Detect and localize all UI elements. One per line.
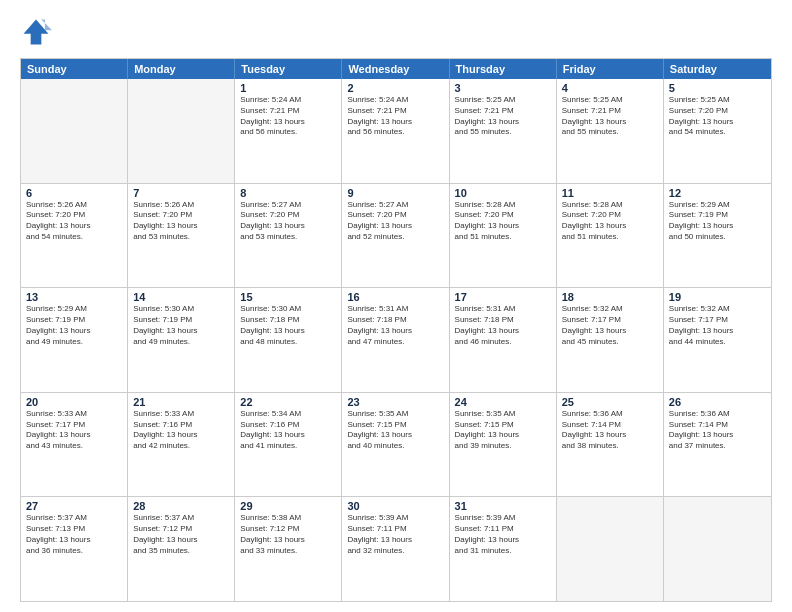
day-number: 25 bbox=[562, 396, 658, 408]
calendar-cell: 25Sunrise: 5:36 AM Sunset: 7:14 PM Dayli… bbox=[557, 393, 664, 497]
calendar-cell: 19Sunrise: 5:32 AM Sunset: 7:17 PM Dayli… bbox=[664, 288, 771, 392]
calendar-cell: 9Sunrise: 5:27 AM Sunset: 7:20 PM Daylig… bbox=[342, 184, 449, 288]
day-info: Sunrise: 5:36 AM Sunset: 7:14 PM Dayligh… bbox=[669, 409, 766, 452]
day-info: Sunrise: 5:37 AM Sunset: 7:12 PM Dayligh… bbox=[133, 513, 229, 556]
day-info: Sunrise: 5:39 AM Sunset: 7:11 PM Dayligh… bbox=[347, 513, 443, 556]
day-number: 12 bbox=[669, 187, 766, 199]
calendar-cell: 4Sunrise: 5:25 AM Sunset: 7:21 PM Daylig… bbox=[557, 79, 664, 183]
day-info: Sunrise: 5:30 AM Sunset: 7:19 PM Dayligh… bbox=[133, 304, 229, 347]
day-number: 18 bbox=[562, 291, 658, 303]
calendar-cell: 28Sunrise: 5:37 AM Sunset: 7:12 PM Dayli… bbox=[128, 497, 235, 601]
svg-marker-0 bbox=[24, 20, 49, 45]
calendar-cell bbox=[128, 79, 235, 183]
calendar-cell: 20Sunrise: 5:33 AM Sunset: 7:17 PM Dayli… bbox=[21, 393, 128, 497]
calendar-row: 1Sunrise: 5:24 AM Sunset: 7:21 PM Daylig… bbox=[21, 79, 771, 183]
day-number: 7 bbox=[133, 187, 229, 199]
day-number: 29 bbox=[240, 500, 336, 512]
calendar-cell: 2Sunrise: 5:24 AM Sunset: 7:21 PM Daylig… bbox=[342, 79, 449, 183]
day-info: Sunrise: 5:26 AM Sunset: 7:20 PM Dayligh… bbox=[133, 200, 229, 243]
calendar-cell: 11Sunrise: 5:28 AM Sunset: 7:20 PM Dayli… bbox=[557, 184, 664, 288]
calendar-row: 27Sunrise: 5:37 AM Sunset: 7:13 PM Dayli… bbox=[21, 496, 771, 601]
calendar-header-day: Saturday bbox=[664, 59, 771, 79]
day-info: Sunrise: 5:25 AM Sunset: 7:21 PM Dayligh… bbox=[562, 95, 658, 138]
day-number: 3 bbox=[455, 82, 551, 94]
calendar-cell: 13Sunrise: 5:29 AM Sunset: 7:19 PM Dayli… bbox=[21, 288, 128, 392]
calendar-cell: 27Sunrise: 5:37 AM Sunset: 7:13 PM Dayli… bbox=[21, 497, 128, 601]
calendar-cell: 30Sunrise: 5:39 AM Sunset: 7:11 PM Dayli… bbox=[342, 497, 449, 601]
logo-icon bbox=[20, 16, 52, 48]
day-number: 13 bbox=[26, 291, 122, 303]
calendar-cell: 16Sunrise: 5:31 AM Sunset: 7:18 PM Dayli… bbox=[342, 288, 449, 392]
day-info: Sunrise: 5:28 AM Sunset: 7:20 PM Dayligh… bbox=[455, 200, 551, 243]
calendar-header-day: Friday bbox=[557, 59, 664, 79]
day-info: Sunrise: 5:39 AM Sunset: 7:11 PM Dayligh… bbox=[455, 513, 551, 556]
calendar-cell: 17Sunrise: 5:31 AM Sunset: 7:18 PM Dayli… bbox=[450, 288, 557, 392]
calendar-row: 20Sunrise: 5:33 AM Sunset: 7:17 PM Dayli… bbox=[21, 392, 771, 497]
day-info: Sunrise: 5:30 AM Sunset: 7:18 PM Dayligh… bbox=[240, 304, 336, 347]
calendar-row: 13Sunrise: 5:29 AM Sunset: 7:19 PM Dayli… bbox=[21, 287, 771, 392]
day-number: 5 bbox=[669, 82, 766, 94]
day-number: 17 bbox=[455, 291, 551, 303]
calendar-cell: 26Sunrise: 5:36 AM Sunset: 7:14 PM Dayli… bbox=[664, 393, 771, 497]
calendar-header: SundayMondayTuesdayWednesdayThursdayFrid… bbox=[21, 59, 771, 79]
day-info: Sunrise: 5:37 AM Sunset: 7:13 PM Dayligh… bbox=[26, 513, 122, 556]
day-number: 10 bbox=[455, 187, 551, 199]
day-number: 27 bbox=[26, 500, 122, 512]
day-number: 6 bbox=[26, 187, 122, 199]
calendar-cell: 5Sunrise: 5:25 AM Sunset: 7:20 PM Daylig… bbox=[664, 79, 771, 183]
calendar-cell: 22Sunrise: 5:34 AM Sunset: 7:16 PM Dayli… bbox=[235, 393, 342, 497]
day-info: Sunrise: 5:31 AM Sunset: 7:18 PM Dayligh… bbox=[455, 304, 551, 347]
calendar-cell: 21Sunrise: 5:33 AM Sunset: 7:16 PM Dayli… bbox=[128, 393, 235, 497]
day-info: Sunrise: 5:26 AM Sunset: 7:20 PM Dayligh… bbox=[26, 200, 122, 243]
day-number: 1 bbox=[240, 82, 336, 94]
day-info: Sunrise: 5:24 AM Sunset: 7:21 PM Dayligh… bbox=[240, 95, 336, 138]
day-number: 8 bbox=[240, 187, 336, 199]
logo bbox=[20, 16, 56, 48]
calendar-cell: 1Sunrise: 5:24 AM Sunset: 7:21 PM Daylig… bbox=[235, 79, 342, 183]
calendar-cell: 23Sunrise: 5:35 AM Sunset: 7:15 PM Dayli… bbox=[342, 393, 449, 497]
calendar-cell: 15Sunrise: 5:30 AM Sunset: 7:18 PM Dayli… bbox=[235, 288, 342, 392]
calendar-cell: 14Sunrise: 5:30 AM Sunset: 7:19 PM Dayli… bbox=[128, 288, 235, 392]
calendar-cell: 8Sunrise: 5:27 AM Sunset: 7:20 PM Daylig… bbox=[235, 184, 342, 288]
calendar-cell bbox=[21, 79, 128, 183]
day-number: 14 bbox=[133, 291, 229, 303]
day-number: 19 bbox=[669, 291, 766, 303]
calendar-body: 1Sunrise: 5:24 AM Sunset: 7:21 PM Daylig… bbox=[21, 79, 771, 601]
day-number: 16 bbox=[347, 291, 443, 303]
day-info: Sunrise: 5:32 AM Sunset: 7:17 PM Dayligh… bbox=[562, 304, 658, 347]
calendar-cell bbox=[557, 497, 664, 601]
calendar-cell: 29Sunrise: 5:38 AM Sunset: 7:12 PM Dayli… bbox=[235, 497, 342, 601]
day-info: Sunrise: 5:35 AM Sunset: 7:15 PM Dayligh… bbox=[347, 409, 443, 452]
day-info: Sunrise: 5:25 AM Sunset: 7:20 PM Dayligh… bbox=[669, 95, 766, 138]
day-info: Sunrise: 5:32 AM Sunset: 7:17 PM Dayligh… bbox=[669, 304, 766, 347]
calendar-row: 6Sunrise: 5:26 AM Sunset: 7:20 PM Daylig… bbox=[21, 183, 771, 288]
day-info: Sunrise: 5:25 AM Sunset: 7:21 PM Dayligh… bbox=[455, 95, 551, 138]
calendar-cell: 6Sunrise: 5:26 AM Sunset: 7:20 PM Daylig… bbox=[21, 184, 128, 288]
calendar: SundayMondayTuesdayWednesdayThursdayFrid… bbox=[20, 58, 772, 602]
day-number: 31 bbox=[455, 500, 551, 512]
calendar-cell: 12Sunrise: 5:29 AM Sunset: 7:19 PM Dayli… bbox=[664, 184, 771, 288]
calendar-header-day: Thursday bbox=[450, 59, 557, 79]
day-info: Sunrise: 5:34 AM Sunset: 7:16 PM Dayligh… bbox=[240, 409, 336, 452]
day-info: Sunrise: 5:29 AM Sunset: 7:19 PM Dayligh… bbox=[669, 200, 766, 243]
day-number: 4 bbox=[562, 82, 658, 94]
calendar-cell: 7Sunrise: 5:26 AM Sunset: 7:20 PM Daylig… bbox=[128, 184, 235, 288]
day-number: 23 bbox=[347, 396, 443, 408]
calendar-header-day: Tuesday bbox=[235, 59, 342, 79]
day-number: 24 bbox=[455, 396, 551, 408]
day-info: Sunrise: 5:33 AM Sunset: 7:16 PM Dayligh… bbox=[133, 409, 229, 452]
day-info: Sunrise: 5:24 AM Sunset: 7:21 PM Dayligh… bbox=[347, 95, 443, 138]
day-number: 11 bbox=[562, 187, 658, 199]
day-info: Sunrise: 5:29 AM Sunset: 7:19 PM Dayligh… bbox=[26, 304, 122, 347]
day-info: Sunrise: 5:31 AM Sunset: 7:18 PM Dayligh… bbox=[347, 304, 443, 347]
calendar-cell bbox=[664, 497, 771, 601]
calendar-header-day: Sunday bbox=[21, 59, 128, 79]
day-info: Sunrise: 5:35 AM Sunset: 7:15 PM Dayligh… bbox=[455, 409, 551, 452]
day-number: 21 bbox=[133, 396, 229, 408]
day-info: Sunrise: 5:36 AM Sunset: 7:14 PM Dayligh… bbox=[562, 409, 658, 452]
header bbox=[20, 16, 772, 48]
calendar-cell: 31Sunrise: 5:39 AM Sunset: 7:11 PM Dayli… bbox=[450, 497, 557, 601]
day-info: Sunrise: 5:28 AM Sunset: 7:20 PM Dayligh… bbox=[562, 200, 658, 243]
day-info: Sunrise: 5:27 AM Sunset: 7:20 PM Dayligh… bbox=[240, 200, 336, 243]
calendar-cell: 24Sunrise: 5:35 AM Sunset: 7:15 PM Dayli… bbox=[450, 393, 557, 497]
